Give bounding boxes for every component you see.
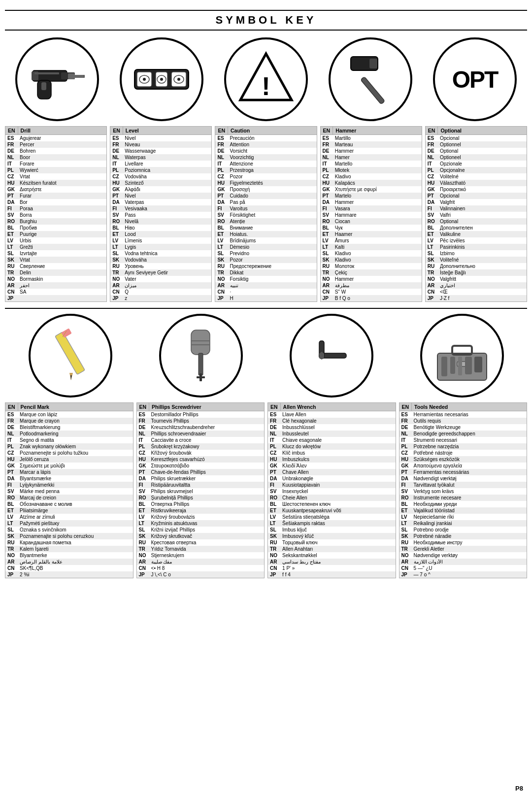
lang-value: Imbuszkulcs — [280, 456, 396, 463]
lang-code: SK — [110, 257, 123, 263]
table-row: LVBrīdinājums — [215, 237, 317, 244]
lang-code: ET — [399, 507, 412, 514]
table-row: RUКрестовая отвертка — [136, 539, 265, 546]
svg-rect-43 — [450, 357, 455, 374]
lang-code: FI — [110, 205, 123, 212]
lang-value: Chave-de-fendas Phillips — [149, 469, 265, 475]
lang-code: SV — [399, 488, 412, 495]
table-row: NOValgfritt — [425, 276, 527, 282]
lang-value: Benodigde gereedschappen — [412, 431, 527, 437]
table-row: DAPhilips skruetrækker — [136, 475, 265, 482]
lang-code: ES — [268, 411, 281, 418]
lang-code: FI — [215, 205, 228, 212]
lang-code: LV — [320, 237, 333, 244]
table-row: FIVesivaaka — [110, 205, 212, 212]
level-table: EN Level ESNivelFRNiveauDEWasserwaageNLW… — [110, 126, 212, 302]
optional-table: EN Optional ESOpcionalFROptionnelDEOptio… — [425, 126, 527, 302]
table-row: HUKalapács — [320, 180, 422, 186]
lang-code: SK — [320, 257, 333, 263]
lang-value: Προσοχή — [228, 186, 317, 193]
table-row: SLKladivo — [320, 250, 422, 257]
table-row: SKVoliteľné — [425, 257, 527, 263]
lang-code: SL — [320, 250, 333, 257]
lang-value: Ristkruvikeeraja — [149, 507, 265, 514]
lang-code: SK — [5, 533, 18, 539]
table-row: NOStjerneskrujern — [136, 552, 265, 559]
lang-code: PL — [268, 443, 281, 450]
lang-value: Jelölő ceruza — [18, 456, 133, 463]
table-row: DEVorsicht — [215, 148, 317, 154]
lang-code: AR — [5, 559, 18, 565]
table-row: NLPotloodmarkering — [5, 431, 133, 437]
lang-value: Opzionale — [438, 161, 527, 167]
hammer-th-lang: EN — [320, 127, 333, 135]
lang-code: LV — [5, 514, 18, 520]
table-row: DEWasserwaage — [110, 148, 212, 154]
tools-table-wrap: EN Tools Needed ESHerramientas necesaria… — [399, 402, 528, 578]
lang-value: Inbusschlüssel — [280, 424, 396, 431]
lang-code: NO — [215, 276, 228, 282]
lang-value: Niveau — [123, 141, 212, 148]
lang-value: Benötigte Werkzeuge — [412, 424, 527, 431]
lang-value: Šešiakampis raktas — [280, 520, 396, 527]
table-row: CZPozor — [215, 173, 317, 180]
lang-code: TR — [110, 269, 123, 276]
lang-value: B f Q o — [333, 295, 422, 302]
lang-code: JP — [399, 571, 412, 578]
table-row: LTPasirinkinis — [425, 244, 527, 250]
lang-code: BL — [5, 225, 18, 231]
table-row: LVNepieciešamie rīki — [399, 514, 527, 520]
svg-rect-24 — [369, 59, 377, 68]
lang-code: ET — [110, 231, 123, 237]
lang-code: ES — [136, 411, 149, 418]
table-row: NOForsiktig — [215, 276, 317, 282]
lang-code: AR — [268, 559, 281, 565]
table-row: NLOptioneel — [425, 154, 527, 161]
pencil-th-lang: EN — [5, 403, 18, 411]
lang-code: IT — [399, 437, 412, 443]
lang-code: JP — [268, 571, 281, 578]
table-row: ARمطرقة — [320, 282, 422, 289]
caution-table-wrap: EN Caution ESPrecauciónFRAttentionDEVors… — [215, 126, 317, 302]
lang-code: PT — [399, 469, 412, 475]
lang-value: Křížový šroubovák — [149, 450, 265, 456]
lang-value: Opcjonalne — [438, 167, 527, 173]
lang-code: TR — [136, 546, 149, 552]
lang-code: DA — [425, 199, 438, 205]
lang-code: RO — [268, 495, 281, 501]
lang-code: FI — [268, 482, 281, 488]
lang-code: HU — [5, 456, 18, 463]
table-row: JPz — [110, 295, 212, 302]
lang-code: HU — [136, 456, 149, 463]
lang-code: SL — [5, 527, 18, 533]
table-row: CN· — [215, 289, 317, 295]
svg-point-19 — [177, 78, 180, 81]
table-row: SLIzvrtajte — [5, 250, 107, 257]
lang-code: IT — [5, 437, 18, 443]
lang-value: Q — [123, 289, 212, 295]
table-row: SLImbus ključ — [268, 527, 396, 533]
lang-value: Gerekli Aletler — [412, 546, 527, 552]
lang-code: RU — [5, 539, 18, 546]
level-th-val: Level — [123, 127, 212, 135]
lang-code: FR — [136, 418, 149, 424]
lang-code: FR — [425, 141, 438, 148]
lang-code: CZ — [320, 173, 333, 180]
lang-code: BL — [215, 225, 228, 231]
table-row: LVUrbis — [5, 237, 107, 244]
lang-value: Märke med penna — [18, 488, 133, 495]
lang-value: <• H 8 — [149, 565, 265, 571]
lang-code: SK — [425, 257, 438, 263]
table-row: PTFerramentas necessárias — [399, 469, 527, 475]
table-row: PTCuidado — [215, 193, 317, 199]
lang-value: Furar — [18, 193, 107, 199]
lang-value: Voorzichtig — [228, 154, 317, 161]
svg-rect-25 — [55, 332, 85, 375]
lang-value: Segno di matita — [18, 437, 133, 443]
lang-code: CN — [399, 565, 412, 571]
lang-code: ET — [320, 231, 333, 237]
lang-value: Обозначаване с молив — [18, 501, 133, 507]
caution-table: EN Caution ESPrecauciónFRAttentionDEVors… — [215, 126, 317, 302]
lang-code: BL — [399, 501, 412, 507]
table-row: CZKlíč imbus — [268, 450, 396, 456]
